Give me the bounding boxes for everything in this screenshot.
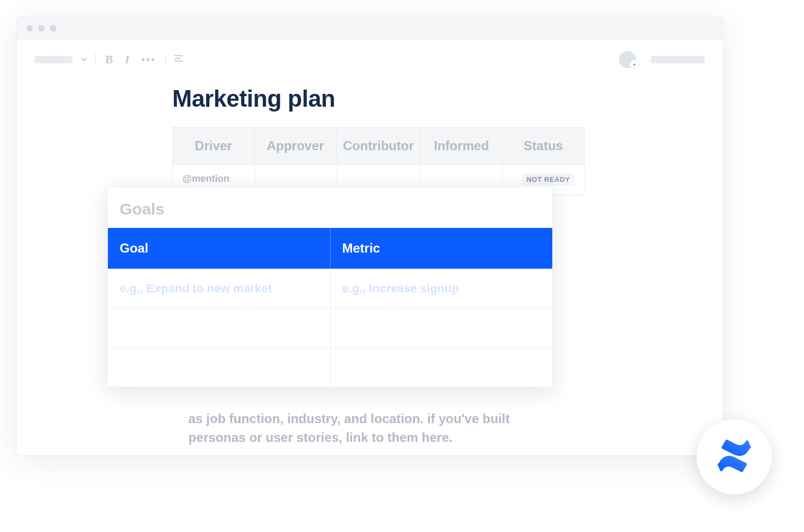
avatar[interactable]: + bbox=[619, 51, 636, 68]
window-titlebar bbox=[17, 17, 723, 40]
toolbar-placeholder-right bbox=[651, 56, 705, 63]
td-goal[interactable] bbox=[108, 309, 331, 348]
toolbar-divider bbox=[165, 53, 166, 66]
page-title[interactable]: Marketing plan bbox=[172, 85, 723, 112]
th-metric: Metric bbox=[331, 228, 553, 269]
goals-heading: Goals bbox=[108, 200, 552, 228]
body-paragraph[interactable]: as job function, industry, and location.… bbox=[188, 410, 564, 447]
chevron-down-icon[interactable] bbox=[80, 56, 87, 63]
goals-panel: Goals Goal Metric e.g., Expand to new ma… bbox=[107, 187, 553, 388]
align-icon[interactable] bbox=[173, 53, 184, 66]
table-header-row: Driver Approver Contributor Informed Sta… bbox=[173, 128, 584, 164]
table-row bbox=[108, 348, 552, 387]
status-badge: NOT READY bbox=[522, 173, 574, 186]
confluence-icon bbox=[715, 437, 753, 477]
confluence-logo-badge bbox=[697, 419, 772, 494]
th-status: Status bbox=[503, 128, 584, 164]
th-driver: Driver bbox=[173, 128, 255, 164]
table-row bbox=[108, 309, 552, 348]
toolbar-divider bbox=[95, 53, 96, 66]
table-row: e.g., Expand to new market e.g., Increas… bbox=[108, 269, 552, 309]
more-formatting-button[interactable]: ••• bbox=[139, 54, 158, 66]
add-collaborator-icon[interactable]: + bbox=[630, 60, 639, 69]
td-metric[interactable]: e.g., Increase signup bbox=[331, 269, 553, 308]
goals-table: Goal Metric e.g., Expand to new market e… bbox=[108, 228, 552, 387]
th-approver: Approver bbox=[255, 128, 337, 164]
window-control-minimize[interactable] bbox=[38, 25, 45, 32]
editor-toolbar: B I ••• + bbox=[17, 40, 723, 73]
table-header-row: Goal Metric bbox=[108, 228, 552, 269]
th-informed: Informed bbox=[421, 128, 503, 164]
dacis-table: Driver Approver Contributor Informed Sta… bbox=[172, 127, 584, 195]
bold-button[interactable]: B bbox=[103, 53, 115, 66]
th-contributor: Contributor bbox=[337, 128, 421, 164]
window-control-maximize[interactable] bbox=[50, 25, 56, 32]
td-goal[interactable]: e.g., Expand to new market bbox=[108, 269, 331, 308]
th-goal: Goal bbox=[108, 228, 331, 269]
toolbar-placeholder bbox=[35, 56, 72, 63]
td-metric[interactable] bbox=[331, 309, 553, 348]
td-metric[interactable] bbox=[331, 348, 553, 387]
italic-button[interactable]: I bbox=[123, 53, 132, 66]
window-control-close[interactable] bbox=[26, 25, 33, 32]
td-goal[interactable] bbox=[108, 348, 331, 387]
